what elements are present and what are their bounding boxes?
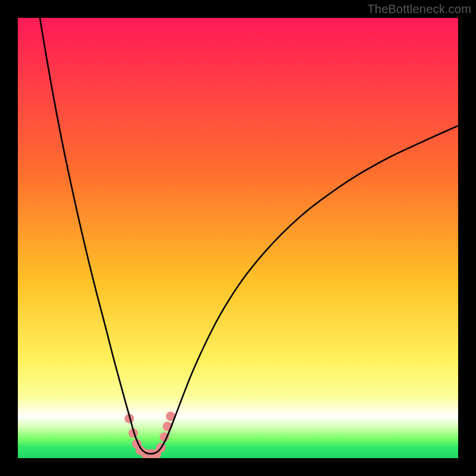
chart-frame: TheBottleneck.com (0, 0, 476, 476)
watermark-text: TheBottleneck.com (367, 2, 471, 16)
plot-area (18, 18, 458, 458)
bottleneck-curve (40, 18, 458, 454)
curve-layer (18, 18, 458, 458)
